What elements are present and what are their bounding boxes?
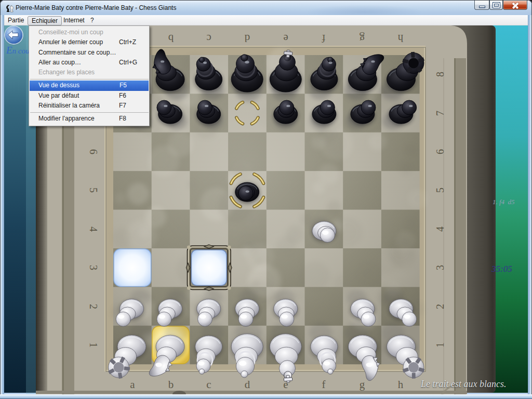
svg-text:5: 5 [88, 188, 99, 193]
svg-text:b: b [168, 32, 174, 45]
svg-text:d: d [244, 32, 250, 45]
svg-text:4: 4 [434, 227, 446, 232]
svg-text:4: 4 [88, 227, 99, 232]
svg-text:d: d [245, 378, 250, 391]
svg-text:f: f [322, 378, 326, 391]
svg-text:h: h [398, 378, 404, 391]
svg-text:6: 6 [88, 149, 99, 154]
svg-text:g: g [359, 32, 365, 45]
svg-text:8: 8 [434, 72, 446, 77]
svg-text:b: b [168, 378, 174, 391]
svg-text:1: 1 [88, 342, 99, 348]
svg-text:7: 7 [434, 111, 446, 116]
svg-text:2: 2 [434, 304, 446, 309]
svg-text:f: f [322, 32, 326, 45]
svg-text:e: e [283, 32, 288, 45]
svg-text:h: h [397, 32, 403, 45]
svg-text:c: c [206, 32, 211, 45]
svg-text:a: a [130, 378, 135, 391]
svg-text:2: 2 [88, 304, 99, 309]
svg-text:6: 6 [434, 149, 446, 154]
svg-text:1: 1 [434, 342, 446, 348]
svg-text:g: g [360, 378, 365, 391]
svg-text:c: c [206, 378, 211, 391]
svg-text:3: 3 [88, 265, 99, 270]
svg-text:3: 3 [434, 265, 446, 270]
svg-text:5: 5 [434, 188, 446, 193]
